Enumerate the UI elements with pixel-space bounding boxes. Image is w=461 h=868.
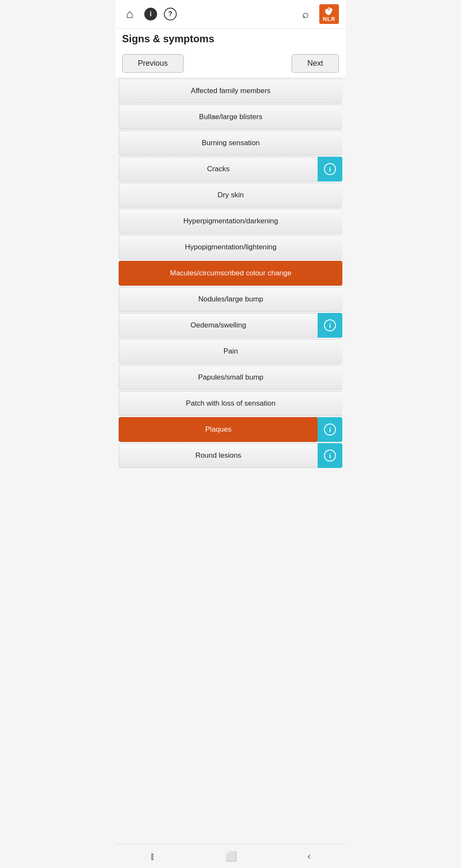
symptom-row: Hypopigmentation/lightening	[119, 235, 342, 260]
info-button-plaques[interactable]: i	[318, 417, 342, 442]
search-button[interactable]: ⌕	[298, 6, 313, 22]
home-nav-button[interactable]: ⬜	[225, 851, 237, 862]
symptom-row: Affected family members	[119, 79, 342, 103]
info-button-round-lesions[interactable]: i	[318, 443, 342, 468]
symptom-label-nodules[interactable]: Nodules/large bump	[119, 287, 342, 312]
symptom-row: Hyperpigmentation/darkening	[119, 209, 342, 234]
info-circle-icon: i	[324, 163, 336, 175]
info-circle-icon: i	[324, 424, 336, 435]
app-header: ⌂ i ? ⌕ NLR	[115, 0, 346, 29]
symptom-label-macules[interactable]: Macules/circumscribed colour change	[119, 261, 342, 286]
back-nav-button[interactable]: ‹	[307, 851, 310, 862]
symptom-row: Papules/small bump	[119, 365, 342, 390]
home-nav-icon: ⬜	[225, 851, 237, 862]
info-circle-icon: i	[324, 319, 336, 331]
symptom-row: Oedema/swellingi	[119, 313, 342, 338]
home-icon: ⌂	[126, 7, 134, 21]
symptom-label-hyperpigmentation[interactable]: Hyperpigmentation/darkening	[119, 209, 342, 234]
info-button-cracks[interactable]: i	[318, 157, 342, 181]
symptom-row: Bullae/large blisters	[119, 105, 342, 129]
symptom-label-oedema[interactable]: Oedema/swelling	[119, 313, 318, 338]
symptom-label-round-lesions[interactable]: Round lesions	[119, 443, 318, 468]
help-button[interactable]: ?	[164, 8, 177, 20]
info-circle-icon: i	[324, 450, 336, 462]
symptom-row: Cracksi	[119, 157, 342, 181]
symptoms-list: Affected family membersBullae/large blis…	[115, 79, 346, 844]
nlr-hand-icon	[323, 6, 335, 16]
symptom-row: Burning sensation	[119, 131, 342, 155]
symptom-label-papules[interactable]: Papules/small bump	[119, 365, 342, 390]
symptom-label-bullae[interactable]: Bullae/large blisters	[119, 105, 342, 129]
info-button-oedema[interactable]: i	[318, 313, 342, 338]
symptom-label-dry-skin[interactable]: Dry skin	[119, 183, 342, 208]
symptom-row: Dry skin	[119, 183, 342, 208]
bottom-nav-bar: ⫿ ⬜ ‹	[115, 844, 346, 868]
nlr-logo-content: NLR	[323, 6, 336, 22]
info-button[interactable]: i	[144, 8, 157, 20]
symptom-row: Nodules/large bump	[119, 287, 342, 312]
back-nav-icon: ‹	[307, 851, 310, 862]
symptom-label-cracks[interactable]: Cracks	[119, 157, 318, 181]
question-label: ?	[168, 10, 172, 18]
search-icon: ⌕	[302, 8, 309, 21]
symptom-row: Round lesionsi	[119, 443, 342, 468]
symptom-label-burning[interactable]: Burning sensation	[119, 131, 342, 155]
home-button[interactable]: ⌂	[122, 6, 137, 22]
symptom-label-hypopigmentation[interactable]: Hypopigmentation/lightening	[119, 235, 342, 260]
symptom-label-patch-loss[interactable]: Patch with loss of sensation	[119, 391, 342, 416]
menu-icon: ⫿	[150, 851, 155, 862]
symptom-label-plaques[interactable]: Plaques	[119, 417, 318, 442]
next-button[interactable]: Next	[292, 54, 339, 73]
symptom-row: Plaquesi	[119, 417, 342, 442]
page-title: Signs & symptoms	[122, 33, 339, 45]
previous-button[interactable]: Previous	[122, 54, 184, 73]
symptom-row: Patch with loss of sensation	[119, 391, 342, 416]
page-title-bar: Signs & symptoms	[115, 29, 346, 50]
symptom-row: Pain	[119, 339, 342, 364]
header-left-icons: ⌂ i ?	[122, 6, 177, 22]
menu-button[interactable]: ⫿	[150, 851, 155, 862]
header-right-icons: ⌕ NLR	[298, 4, 339, 24]
nlr-logo: NLR	[319, 4, 339, 24]
info-label: i	[150, 10, 152, 18]
symptom-row: Macules/circumscribed colour change	[119, 261, 342, 286]
nav-buttons-bar: Previous Next	[115, 50, 346, 77]
symptom-label-pain[interactable]: Pain	[119, 339, 342, 364]
nlr-text: NLR	[323, 16, 336, 22]
symptom-label-affected-family[interactable]: Affected family members	[119, 79, 342, 103]
